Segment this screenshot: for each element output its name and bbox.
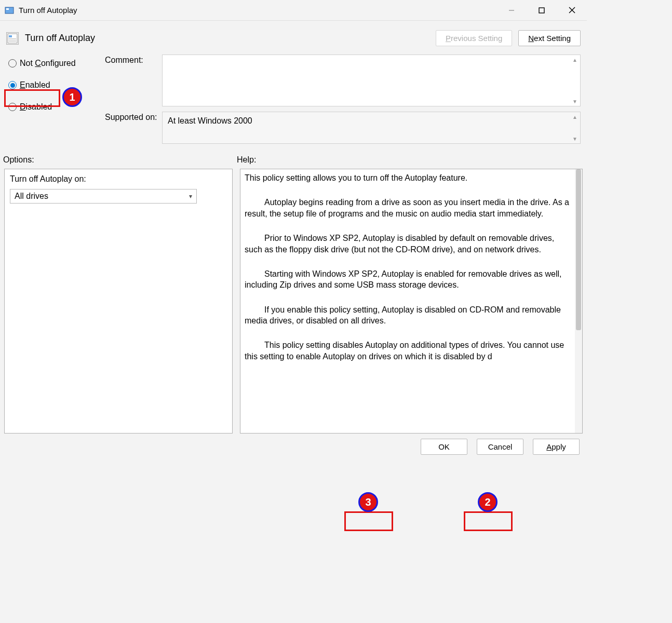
dialog-footer: OK Cancel Apply	[0, 434, 587, 460]
annotation-number-2: 2	[478, 492, 498, 512]
radio-disabled[interactable]: Disabled	[6, 100, 105, 114]
minimize-button[interactable]	[496, 0, 527, 20]
scroll-down-icon: ▼	[571, 135, 579, 142]
radio-icon-selected	[8, 81, 17, 89]
close-button[interactable]	[557, 0, 587, 20]
apply-button[interactable]: Apply	[533, 439, 580, 455]
help-panel: This policy setting allows you to turn o…	[240, 169, 583, 434]
scroll-down-icon[interactable]: ▼	[571, 98, 579, 105]
annotation-number-3: 3	[358, 492, 378, 512]
svg-rect-1	[6, 8, 9, 10]
policy-icon	[6, 32, 19, 45]
svg-rect-7	[9, 35, 12, 37]
nav-buttons: Previous Setting Next Setting	[436, 30, 581, 46]
help-paragraph: This policy setting allows you to turn o…	[245, 172, 570, 184]
help-paragraph: This policy setting disables Autoplay on…	[245, 340, 570, 362]
config-area: Not Configured Enabled Disabled Comment:…	[0, 50, 587, 149]
next-setting-button[interactable]: Next Setting	[518, 30, 581, 46]
chevron-down-icon: ▾	[189, 193, 192, 200]
svg-rect-0	[5, 7, 14, 13]
maximize-button[interactable]	[527, 0, 557, 20]
titlebar: Turn off Autoplay	[0, 0, 587, 21]
svg-rect-9	[9, 40, 16, 42]
help-paragraph: Prior to Windows XP SP2, Autoplay is dis…	[245, 233, 570, 255]
radio-label: Not Configured	[20, 59, 76, 68]
options-section-label: Options:	[3, 155, 237, 165]
radio-enabled[interactable]: Enabled	[6, 78, 105, 92]
app-icon	[4, 5, 15, 16]
cancel-button[interactable]: Cancel	[477, 439, 523, 455]
supported-label: Supported on:	[105, 112, 162, 144]
supported-on-box: At least Windows 2000 ▲ ▼	[162, 112, 581, 144]
policy-title: Turn off Autoplay	[25, 33, 95, 44]
autoplay-on-select[interactable]: All drives ▾	[10, 189, 197, 204]
option-label: Turn off Autoplay on:	[10, 174, 227, 184]
radio-label: Enabled	[20, 80, 50, 90]
scrollbar-thumb[interactable]	[576, 169, 581, 330]
scroll-up-icon[interactable]: ▲	[571, 56, 579, 63]
previous-setting-button: Previous Setting	[436, 30, 512, 46]
radio-label: Disabled	[20, 102, 52, 112]
help-paragraph: If you enable this policy setting, Autop…	[245, 304, 570, 327]
radio-not-configured[interactable]: Not Configured	[6, 57, 105, 70]
annotation-box-2	[464, 511, 513, 531]
help-scrollbar[interactable]	[575, 169, 582, 433]
window-title: Turn off Autoplay	[19, 6, 77, 15]
supported-on-value: At least Windows 2000	[168, 116, 252, 125]
annotation-box-3	[344, 511, 393, 531]
svg-rect-8	[9, 38, 16, 39]
radio-icon	[8, 103, 17, 111]
scroll-up-icon: ▲	[571, 113, 579, 120]
state-radios: Not Configured Enabled Disabled	[6, 55, 105, 149]
help-text: This policy setting allows you to turn o…	[240, 169, 575, 433]
help-paragraph: Starting with Windows XP SP2, Autoplay i…	[245, 268, 570, 291]
panels: Turn off Autoplay on: All drives ▾ This …	[0, 165, 587, 434]
header: Turn off Autoplay Previous Setting Next …	[0, 21, 587, 50]
svg-rect-3	[539, 8, 544, 13]
select-value: All drives	[15, 192, 48, 201]
options-panel: Turn off Autoplay on: All drives ▾	[4, 169, 233, 434]
ok-button[interactable]: OK	[421, 439, 467, 455]
comment-textarea[interactable]: ▲ ▼	[162, 55, 581, 106]
help-section-label: Help:	[237, 155, 256, 165]
comment-label: Comment:	[105, 55, 162, 106]
radio-icon	[8, 59, 17, 67]
section-labels: Options: Help:	[0, 149, 587, 165]
window-controls	[496, 0, 587, 20]
help-paragraph: Autoplay begins reading from a drive as …	[245, 197, 570, 219]
